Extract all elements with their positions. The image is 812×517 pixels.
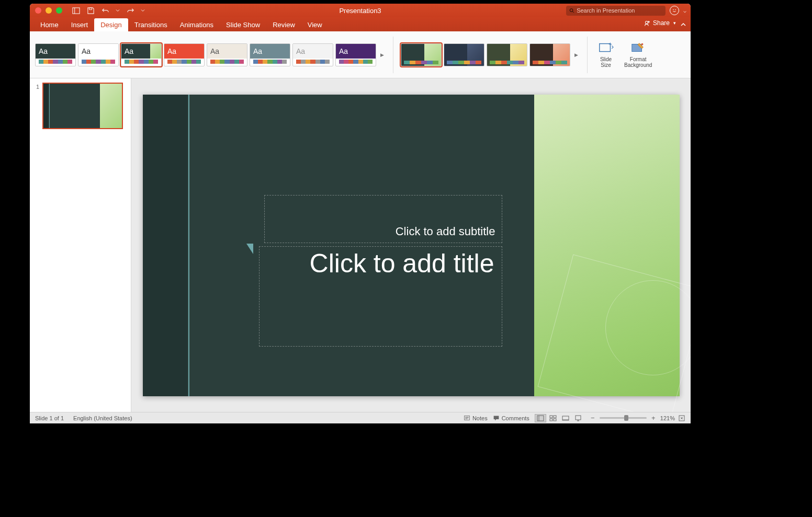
comments-button[interactable]: Comments (493, 415, 529, 421)
zoom-slider[interactable] (600, 417, 647, 419)
svg-point-3 (570, 8, 573, 12)
undo-dropdown-icon[interactable] (116, 6, 120, 15)
subtitle-placeholder[interactable]: Click to add subtitle (264, 195, 502, 243)
svg-rect-8 (600, 44, 611, 52)
slide-leftbar (143, 95, 187, 396)
save-icon[interactable] (86, 6, 95, 15)
slide-right-art (534, 95, 679, 396)
tab-animations[interactable]: Animations (174, 18, 220, 31)
svg-rect-20 (554, 419, 556, 421)
format-bg-label: Format Background (624, 56, 652, 68)
tab-view[interactable]: View (301, 18, 329, 31)
feedback-icon[interactable] (670, 6, 679, 15)
theme-5[interactable]: Aa (207, 43, 247, 66)
variant-2[interactable] (444, 43, 484, 66)
tab-design[interactable]: Design (94, 18, 128, 31)
main-area: 1 Click to add subtitle Click to add tit… (30, 78, 691, 412)
theme-1[interactable]: Aa (35, 43, 76, 66)
variants-more-icon[interactable]: ▶ (572, 43, 580, 66)
themes-gallery: Aa Aa Aa Aa Aa Aa Aa Aa ▶ (35, 43, 386, 66)
theme-6[interactable]: Aa (250, 43, 290, 66)
tab-transitions[interactable]: Transitions (128, 18, 174, 31)
zoom-controls: − + 121% (589, 415, 685, 422)
title-placeholder[interactable]: Click to add title (259, 246, 502, 347)
variant-4[interactable] (529, 43, 570, 66)
tab-slideshow[interactable]: Slide Show (220, 18, 266, 31)
redo-icon[interactable] (126, 6, 134, 15)
svg-point-6 (675, 9, 676, 10)
format-background-button[interactable]: Format Background (621, 41, 655, 68)
svg-rect-19 (550, 419, 552, 421)
slide-thumbnail-1[interactable] (42, 83, 123, 129)
fit-to-window-icon[interactable] (678, 415, 685, 422)
slide-number: 1 (36, 83, 39, 129)
window-controls (30, 7, 62, 14)
ribbon-tabs: Home Insert Design Transitions Animation… (30, 17, 691, 31)
theme-8[interactable]: Aa (335, 43, 376, 66)
zoom-in-button[interactable]: + (650, 415, 657, 422)
notes-button[interactable]: Notes (464, 415, 488, 421)
language[interactable]: English (United States) (73, 415, 132, 421)
search-box[interactable] (566, 6, 666, 16)
status-bar: Slide 1 of 1 English (United States) Not… (30, 412, 691, 423)
variant-1-selected[interactable] (401, 43, 442, 66)
tab-insert[interactable]: Insert (65, 18, 95, 31)
reading-view-icon[interactable] (560, 414, 571, 422)
quick-access-toolbar (72, 6, 145, 15)
close-icon[interactable] (35, 7, 41, 14)
separator (587, 37, 588, 73)
slide-size-label: Slide Size (600, 56, 612, 68)
zoom-percent[interactable]: 121% (660, 415, 675, 421)
svg-point-5 (673, 9, 674, 10)
theme-2[interactable]: Aa (78, 43, 119, 66)
themes-more-icon[interactable]: ▶ (378, 43, 386, 66)
svg-point-10 (641, 43, 643, 45)
tab-home[interactable]: Home (34, 18, 65, 31)
share-button[interactable]: Share▾ (644, 19, 676, 27)
undo-icon[interactable] (101, 6, 109, 15)
document-title: Presentation3 (339, 7, 381, 15)
slideshow-view-icon[interactable] (572, 414, 584, 422)
theme-7[interactable]: Aa (292, 43, 333, 66)
svg-point-7 (645, 21, 648, 24)
svg-rect-23 (576, 416, 581, 420)
slide-thumbnail-row: 1 (36, 83, 125, 129)
svg-rect-15 (537, 416, 544, 421)
variants-gallery: ▶ (401, 43, 580, 66)
sorter-view-icon[interactable] (547, 414, 559, 422)
feedback-dropdown-icon[interactable]: ⌵ (683, 8, 686, 14)
search-icon (569, 8, 574, 14)
slide-accent-line (188, 95, 189, 396)
tab-review[interactable]: Review (266, 18, 301, 31)
normal-view-icon[interactable] (535, 414, 546, 422)
slide[interactable]: Click to add subtitle Click to add title (143, 95, 680, 396)
svg-line-4 (572, 11, 574, 13)
collapse-ribbon-icon[interactable] (680, 20, 686, 30)
triangle-icon (246, 244, 253, 254)
app-window: Presentation3 ⌵ Home Insert Design Trans… (30, 4, 691, 423)
sidebar-toggle-icon[interactable] (72, 6, 80, 15)
titlebar: Presentation3 ⌵ (30, 4, 691, 17)
slide-canvas[interactable]: Click to add subtitle Click to add title (131, 78, 691, 412)
theme-3-selected[interactable]: Aa (121, 43, 162, 66)
theme-4[interactable]: Aa (164, 43, 205, 66)
zoom-out-button[interactable]: − (589, 415, 596, 422)
subtitle-text: Click to add subtitle (396, 225, 495, 238)
qat-customize-icon[interactable] (141, 6, 145, 15)
svg-rect-17 (550, 416, 552, 418)
svg-rect-0 (72, 7, 79, 13)
zoom-icon[interactable] (56, 7, 62, 14)
variant-3[interactable] (487, 43, 527, 66)
minimize-icon[interactable] (46, 7, 52, 14)
search-input[interactable] (577, 7, 662, 14)
svg-rect-18 (554, 416, 556, 418)
slide-panel[interactable]: 1 (30, 78, 131, 412)
separator (393, 37, 393, 73)
ribbon: Aa Aa Aa Aa Aa Aa Aa Aa ▶ ▶ Slide Size F… (30, 31, 691, 78)
slide-size-button[interactable]: Slide Size (595, 41, 617, 68)
slide-info: Slide 1 of 1 (35, 415, 64, 421)
title-text: Click to add title (310, 249, 494, 279)
view-buttons (535, 414, 584, 422)
